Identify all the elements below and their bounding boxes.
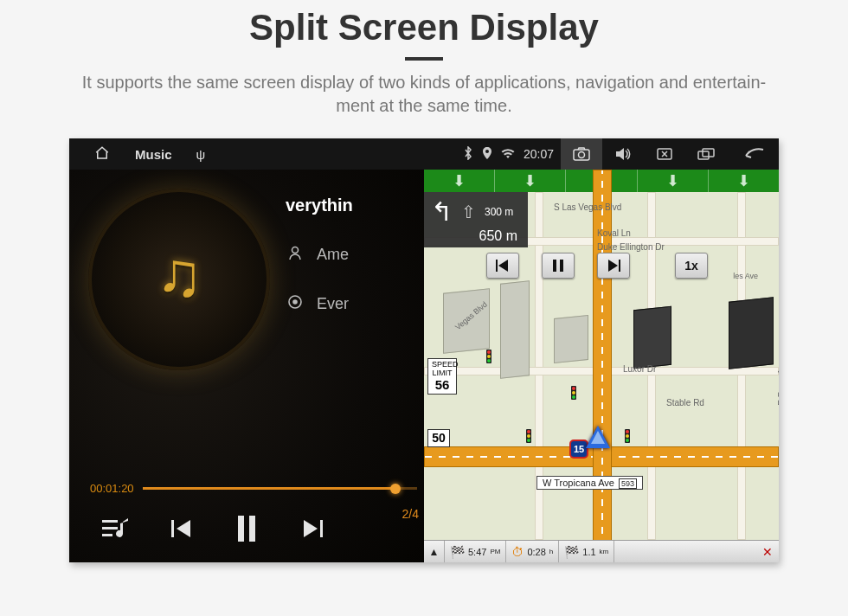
street-label-suffix: les Ave <box>733 272 758 280</box>
building <box>554 315 588 363</box>
turn-arrow-icon: ↰ <box>431 199 453 225</box>
svg-point-5 <box>292 247 299 253</box>
seek-fill <box>143 487 395 490</box>
building <box>729 297 774 369</box>
recent-apps-button[interactable] <box>685 138 727 170</box>
svg-rect-10 <box>102 534 112 536</box>
street-label-luxor: Luxor Dr <box>623 364 656 374</box>
wifi-icon <box>501 147 515 161</box>
nav-close-button[interactable]: ✕ <box>756 541 779 562</box>
flag-icon: 🏁 <box>450 545 465 559</box>
turn-instruction: ↰ ⇧ 300 m 650 m <box>424 192 528 247</box>
speed-limit-sign: SPEED LIMIT 56 <box>427 358 457 395</box>
page-title: Split Screen Display <box>0 7 848 48</box>
prev-track-button[interactable] <box>156 503 208 555</box>
overlay-speed-button[interactable]: 1x <box>675 253 708 279</box>
street-label-reno: E Reno Ave <box>777 360 779 406</box>
statusbar-time: 20:07 <box>524 147 554 161</box>
next-track-button[interactable] <box>286 503 338 555</box>
svg-rect-12 <box>238 516 244 542</box>
pause-button[interactable] <box>221 503 273 555</box>
traffic-light-icon <box>625 429 630 443</box>
svg-rect-9 <box>102 527 118 529</box>
svg-rect-8 <box>102 520 118 523</box>
device-frame: Music ψ 20:07 <box>69 138 779 562</box>
navigation-pane[interactable]: ⬇⬇⬇⬇⬇ S Las Vegas Blvd Koval <box>424 170 779 562</box>
track-row[interactable]: Ever <box>286 294 415 314</box>
building <box>500 280 530 379</box>
nav-eta-time: 🏁 5:47PM <box>445 541 506 562</box>
playlist-button[interactable] <box>90 503 142 555</box>
street-label-koval: Koval Ln <box>597 228 631 238</box>
home-icon[interactable] <box>93 145 111 164</box>
clock-icon: ⏱ <box>511 545 524 559</box>
track-row[interactable]: Ame <box>286 245 415 265</box>
album-art-disc: ♫ <box>88 189 270 370</box>
overlay-pause-button[interactable] <box>542 253 575 279</box>
svg-point-1 <box>579 152 585 158</box>
building <box>633 306 671 369</box>
svg-rect-14 <box>320 520 323 537</box>
street-label-las-vegas-blvd: S Las Vegas Blvd <box>554 202 621 212</box>
album-icon <box>286 294 305 314</box>
seek-bar-row: 00:01:20 <box>69 482 424 495</box>
music-pane: ♫ verythin Ame <box>69 170 424 562</box>
seek-bar[interactable] <box>143 487 417 490</box>
usb-icon: ψ <box>196 147 206 162</box>
nav-bottom-bar: ▲ 🏁 5:47PM ⏱ 0:28h 🏁 1.1km ✕ <box>424 540 779 562</box>
nav-expand-button[interactable]: ▲ <box>424 541 445 562</box>
page-description: It supports the same screen display of t… <box>0 71 848 118</box>
status-bar: Music ψ 20:07 <box>69 138 779 170</box>
track-list: verythin Ame Ever <box>286 189 415 482</box>
track-row-current[interactable]: verythin <box>286 196 415 215</box>
flag-icon: 🏁 <box>564 545 579 559</box>
volume-button[interactable] <box>602 138 644 170</box>
svg-rect-13 <box>249 516 255 542</box>
svg-rect-16 <box>553 260 556 272</box>
statusbar-app-label: Music <box>135 147 172 162</box>
overlay-prev-button[interactable] <box>486 253 519 279</box>
overlay-next-button[interactable] <box>597 253 630 279</box>
seek-knob[interactable] <box>390 484 401 494</box>
status-indicators: 20:07 <box>463 146 554 163</box>
street-bubble-tropicana: W Tropicana Ave 593 <box>536 476 643 490</box>
street-label-stable: Stable Rd <box>666 398 704 407</box>
svg-rect-17 <box>560 260 563 272</box>
svg-rect-15 <box>496 260 498 272</box>
track-counter: 2/4 <box>402 507 419 521</box>
elapsed-time: 00:01:20 <box>90 482 134 495</box>
title-underline <box>405 57 443 61</box>
street-label-duke: Duke Ellington Dr <box>597 242 665 252</box>
traffic-light-icon <box>526 429 531 443</box>
route-sign: 50 <box>427 429 450 447</box>
svg-rect-3 <box>698 151 709 159</box>
nav-eta-distance: 🏁 1.1km <box>559 541 614 562</box>
close-app-button[interactable] <box>644 138 685 170</box>
music-note-icon: ♫ <box>156 239 202 310</box>
artist-icon <box>286 245 305 265</box>
svg-rect-11 <box>171 520 174 537</box>
bluetooth-icon <box>463 146 473 163</box>
music-controls <box>69 495 424 562</box>
traffic-light-icon <box>486 350 491 363</box>
location-icon <box>482 147 492 162</box>
svg-point-7 <box>293 300 297 304</box>
vehicle-cursor-icon <box>586 426 610 448</box>
svg-rect-18 <box>619 260 620 272</box>
traffic-light-icon <box>571 386 576 400</box>
nav-eta-duration: ⏱ 0:28h <box>506 541 559 562</box>
screenshot-button[interactable] <box>561 138 602 170</box>
back-button[interactable] <box>727 138 779 170</box>
